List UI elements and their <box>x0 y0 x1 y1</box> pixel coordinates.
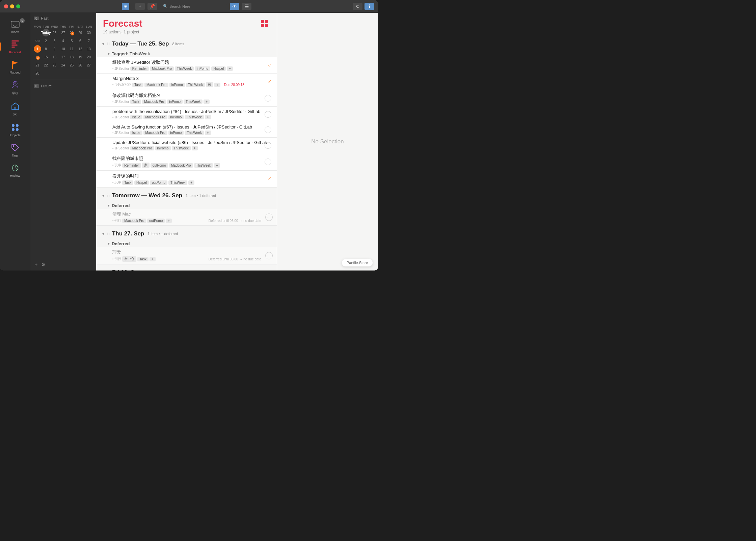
cal-day[interactable]: 22 <box>42 61 50 69</box>
task-tag[interactable]: Issue <box>130 131 142 135</box>
add-button[interactable]: + <box>135 3 145 10</box>
close-button[interactable] <box>4 4 8 8</box>
cal-day[interactable]: 11 <box>68 45 75 53</box>
grid-view-button[interactable] <box>259 18 270 29</box>
sidebar-item-forecast[interactable]: Forecast <box>0 36 30 57</box>
task-checkbox[interactable] <box>265 142 271 149</box>
past-header[interactable]: 0 Past <box>30 15 96 22</box>
task-tag[interactable]: Issue <box>130 115 142 119</box>
task-tag[interactable]: Macbook Pro <box>142 99 166 104</box>
cal-day[interactable]: 19 <box>77 53 84 61</box>
task-tag[interactable]: Task <box>137 257 148 261</box>
cal-day[interactable]: 25 <box>68 61 75 69</box>
cal-day[interactable]: 30 <box>85 29 92 36</box>
sidebar-item-review[interactable]: Review <box>0 160 30 180</box>
deferred-collapse-btn[interactable]: ▼ <box>107 204 110 207</box>
eye-button[interactable]: 👁 <box>230 3 239 10</box>
cal-day[interactable]: 2 <box>42 37 50 45</box>
cal-day[interactable]: 10 <box>59 45 67 53</box>
task-checkbox[interactable] <box>265 111 271 118</box>
task-tag[interactable]: Task <box>132 83 143 87</box>
task-tag[interactable]: + <box>227 66 233 71</box>
task-tag[interactable]: + <box>150 257 156 261</box>
add-cal-button[interactable]: ＋ <box>34 262 38 268</box>
task-tag[interactable]: inPomo <box>169 83 185 87</box>
cal-day[interactable]: 12 <box>77 45 84 53</box>
task-tag[interactable]: Macbook Pro <box>143 115 167 119</box>
task-tag[interactable]: + <box>205 131 211 135</box>
tag-collapse-btn[interactable]: ▼ <box>107 52 110 56</box>
sidebar-item-school[interactable]: 学校 <box>0 77 30 98</box>
task-scroll[interactable]: ▼ ⠿ Today — Tue 25. Sep 8 items ▼ Tagged… <box>96 37 277 270</box>
task-tag[interactable]: inPomo <box>155 146 171 150</box>
task-tag[interactable]: ThisWeek <box>186 83 205 87</box>
cal-day[interactable]: 3 <box>51 37 58 45</box>
task-tag[interactable]: inPomo <box>168 131 184 135</box>
task-tag[interactable]: Macbook Pro <box>169 163 193 168</box>
task-tag[interactable]: ThisWeek <box>194 163 213 168</box>
task-item[interactable]: problem with the visualization (#84) · I… <box>96 107 277 122</box>
cal-day-selected[interactable]: 1 <box>34 45 41 53</box>
sidebar-item-tags[interactable]: Tags <box>0 140 30 160</box>
sidebar-item-projects[interactable]: Projects <box>0 119 30 140</box>
task-tag[interactable]: + <box>166 219 172 223</box>
cal-day[interactable]: 15 <box>42 53 50 61</box>
search-bar[interactable]: 🔍 Search Here <box>160 3 227 10</box>
task-dots-button[interactable]: ··· <box>265 252 273 259</box>
task-item[interactable]: 找科隆的城市照 ▪ 玩事 Reminder 家 outPomo Macbook … <box>96 153 277 171</box>
cal-day[interactable]: 142 <box>34 53 41 61</box>
task-tag[interactable]: Reminder <box>122 163 141 168</box>
deferred-collapse-btn-thu[interactable]: ▼ <box>107 242 110 246</box>
task-checkbox[interactable] <box>265 126 271 133</box>
cal-day[interactable]: 8 <box>42 45 50 53</box>
cal-day[interactable] <box>34 29 41 36</box>
cal-day[interactable]: 23 <box>51 61 58 69</box>
task-checkbox[interactable] <box>265 159 271 165</box>
task-item[interactable]: 清理 Mac ▪ 例行 Macbook Pro outPomo + Deferr… <box>96 209 277 226</box>
task-tag[interactable]: + <box>204 99 210 104</box>
task-tag[interactable]: 市中心 <box>122 256 136 262</box>
task-tag[interactable]: inPomo <box>195 66 210 71</box>
sidebar-item-inbox[interactable]: Inbox 0 <box>0 16 30 36</box>
task-tag[interactable]: Task <box>122 180 133 185</box>
task-tag[interactable]: + <box>192 146 198 150</box>
task-tag[interactable]: + <box>214 83 220 87</box>
task-item[interactable]: Add Auto Saving function (#67) · Issues … <box>96 122 277 138</box>
today-collapse-btn[interactable]: ▼ <box>102 42 105 46</box>
task-tag[interactable]: Macbook Pro <box>144 83 168 87</box>
cal-day[interactable]: 6 <box>77 37 84 45</box>
sidebar-item-flagged[interactable]: Flagged <box>0 57 30 77</box>
cal-day[interactable]: Oct <box>34 37 41 45</box>
task-item[interactable]: 继续查看 JPSeditor 读取问题 ▪ JPSeditor Reminder… <box>96 57 277 74</box>
task-item[interactable]: 看开课的时间 ▪ 玩事 Task Haspel outPomo ThisWeek… <box>96 171 277 188</box>
future-section[interactable]: 0 Future <box>30 81 96 91</box>
cal-day[interactable]: 28 <box>34 69 41 77</box>
cal-day[interactable]: 26 <box>77 61 84 69</box>
task-tag[interactable]: Macbook Pro <box>143 131 167 135</box>
task-tag[interactable]: Task <box>130 99 141 104</box>
cal-day[interactable]: 281 <box>68 29 75 36</box>
pin-button[interactable]: 📌 <box>147 3 157 10</box>
cal-day[interactable]: 21 <box>34 61 41 69</box>
task-tag[interactable]: outPomo <box>147 219 165 223</box>
cal-day[interactable]: 16 <box>51 53 58 61</box>
task-checkbox[interactable] <box>265 95 271 102</box>
task-tag[interactable]: inPomo <box>168 115 184 119</box>
task-item[interactable]: 理发 ▪ 例行 市中心 Task + Deferred until 06:00 … <box>96 247 277 264</box>
task-tag[interactable]: Haspel <box>211 66 226 71</box>
cal-day[interactable]: 17 <box>59 53 67 61</box>
cal-day[interactable]: 20 <box>85 53 92 61</box>
cal-day[interactable]: 18 <box>68 53 75 61</box>
task-tag[interactable]: outPomo <box>150 180 167 185</box>
task-tag[interactable]: 家 <box>206 82 213 87</box>
task-tag[interactable]: ThisWeek <box>184 99 202 104</box>
cal-day-today[interactable]: Today <box>42 29 50 36</box>
task-item[interactable]: Update JPSeditor official website (#86) … <box>96 138 277 153</box>
task-tag[interactable]: Haspel <box>134 180 149 185</box>
task-tag[interactable]: ThisWeek <box>172 146 191 150</box>
cal-day[interactable]: 27 <box>85 61 92 69</box>
refresh-button[interactable]: ↻ <box>353 3 362 10</box>
cal-day[interactable]: 26 <box>51 29 58 36</box>
thu-collapse-btn[interactable]: ▼ <box>102 232 105 236</box>
settings-cal-button[interactable]: ⚙ <box>41 262 46 268</box>
